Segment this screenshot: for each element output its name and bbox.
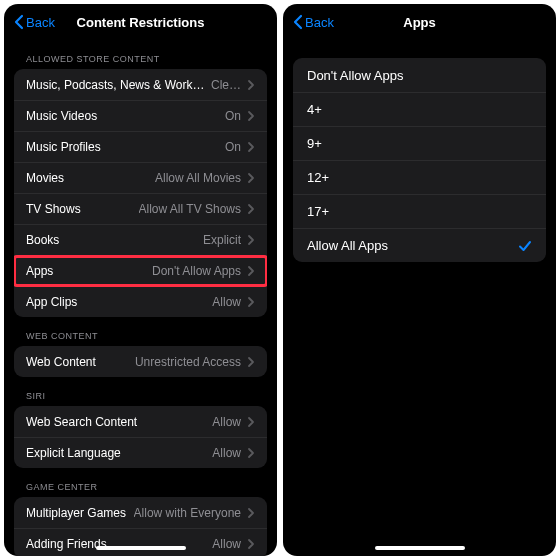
row-value: Allow with Everyone — [134, 506, 241, 520]
settings-group: Web ContentUnrestricted Access — [14, 346, 267, 377]
row-multiplayer-games[interactable]: Multiplayer GamesAllow with Everyone — [14, 497, 267, 528]
row-adding-friends[interactable]: Adding FriendsAllow — [14, 528, 267, 556]
row-apps[interactable]: AppsDon't Allow Apps — [14, 255, 267, 286]
row-explicit-language[interactable]: Explicit LanguageAllow — [14, 437, 267, 468]
option-12[interactable]: 12+ — [293, 160, 546, 194]
row-value: Unrestricted Access — [135, 355, 241, 369]
chevron-right-icon — [247, 203, 255, 215]
chevron-right-icon — [247, 141, 255, 153]
row-label: Multiplayer Games — [26, 506, 134, 520]
chevron-right-icon — [247, 110, 255, 122]
settings-list: ALLOWED STORE CONTENTMusic, Podcasts, Ne… — [4, 40, 277, 556]
row-value: Allow — [212, 537, 241, 551]
chevron-right-icon — [247, 538, 255, 550]
row-label: App Clips — [26, 295, 212, 309]
chevron-right-icon — [247, 265, 255, 277]
options-list: Don't Allow Apps4+9+12+17+Allow All Apps — [283, 40, 556, 556]
row-value: On — [225, 109, 241, 123]
navbar: Back Content Restrictions — [4, 4, 277, 40]
section-header: GAME CENTER — [4, 468, 277, 497]
chevron-right-icon — [247, 234, 255, 246]
row-value: Cle… — [211, 78, 241, 92]
row-label: TV Shows — [26, 202, 139, 216]
section-header: WEB CONTENT — [4, 317, 277, 346]
chevron-right-icon — [247, 447, 255, 459]
settings-group: Web Search ContentAllowExplicit Language… — [14, 406, 267, 468]
option-allow-all-apps[interactable]: Allow All Apps — [293, 228, 546, 262]
row-value: Allow All TV Shows — [139, 202, 242, 216]
screen-apps: Back Apps Don't Allow Apps4+9+12+17+Allo… — [283, 4, 556, 556]
section-header: SIRI — [4, 377, 277, 406]
option-9[interactable]: 9+ — [293, 126, 546, 160]
option-label: 9+ — [307, 136, 532, 151]
row-label: Apps — [26, 264, 152, 278]
row-label: Web Content — [26, 355, 135, 369]
option-label: Allow All Apps — [307, 238, 518, 253]
option-17[interactable]: 17+ — [293, 194, 546, 228]
option-label: 17+ — [307, 204, 532, 219]
row-label: Books — [26, 233, 203, 247]
settings-group: Music, Podcasts, News & WorkoutsCle…Musi… — [14, 69, 267, 317]
chevron-right-icon — [247, 296, 255, 308]
row-label: Web Search Content — [26, 415, 212, 429]
row-label: Music Videos — [26, 109, 225, 123]
row-music-videos[interactable]: Music VideosOn — [14, 100, 267, 131]
row-tv-shows[interactable]: TV ShowsAllow All TV Shows — [14, 193, 267, 224]
checkmark-icon — [518, 239, 532, 253]
row-books[interactable]: BooksExplicit — [14, 224, 267, 255]
row-app-clips[interactable]: App ClipsAllow — [14, 286, 267, 317]
page-title: Content Restrictions — [14, 15, 267, 30]
home-indicator[interactable] — [375, 546, 465, 550]
navbar: Back Apps — [283, 4, 556, 40]
row-label: Music, Podcasts, News & Workouts — [26, 78, 211, 92]
row-web-search-content[interactable]: Web Search ContentAllow — [14, 406, 267, 437]
chevron-right-icon — [247, 416, 255, 428]
row-label: Music Profiles — [26, 140, 225, 154]
option-label: 4+ — [307, 102, 532, 117]
row-music-profiles[interactable]: Music ProfilesOn — [14, 131, 267, 162]
row-value: On — [225, 140, 241, 154]
row-value: Don't Allow Apps — [152, 264, 241, 278]
row-value: Allow All Movies — [155, 171, 241, 185]
option-label: Don't Allow Apps — [307, 68, 532, 83]
chevron-right-icon — [247, 79, 255, 91]
row-value: Allow — [212, 415, 241, 429]
chevron-right-icon — [247, 507, 255, 519]
row-movies[interactable]: MoviesAllow All Movies — [14, 162, 267, 193]
row-value: Explicit — [203, 233, 241, 247]
chevron-right-icon — [247, 356, 255, 368]
chevron-right-icon — [247, 172, 255, 184]
row-label: Explicit Language — [26, 446, 212, 460]
row-web-content[interactable]: Web ContentUnrestricted Access — [14, 346, 267, 377]
row-value: Allow — [212, 295, 241, 309]
row-label: Movies — [26, 171, 155, 185]
row-music-podcasts-news-workouts[interactable]: Music, Podcasts, News & WorkoutsCle… — [14, 69, 267, 100]
section-header: ALLOWED STORE CONTENT — [4, 40, 277, 69]
screen-content-restrictions: Back Content Restrictions ALLOWED STORE … — [4, 4, 277, 556]
row-value: Allow — [212, 446, 241, 460]
option-don-t-allow-apps[interactable]: Don't Allow Apps — [293, 58, 546, 92]
option-label: 12+ — [307, 170, 532, 185]
option-4[interactable]: 4+ — [293, 92, 546, 126]
home-indicator[interactable] — [96, 546, 186, 550]
page-title: Apps — [293, 15, 546, 30]
